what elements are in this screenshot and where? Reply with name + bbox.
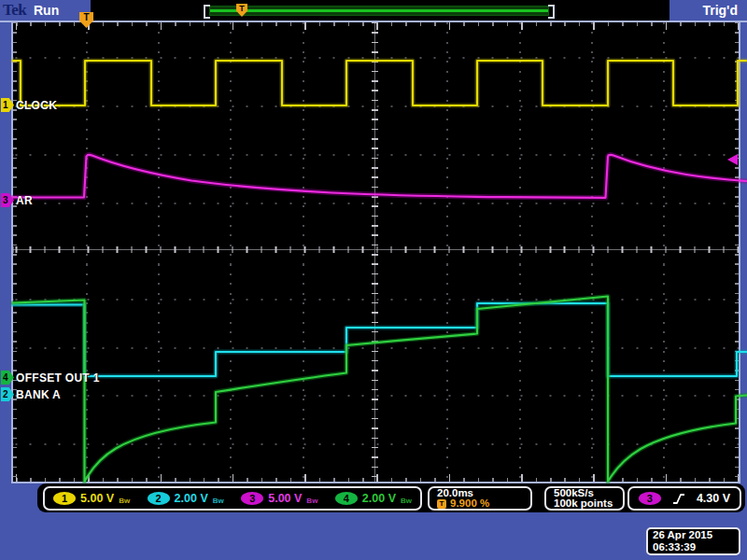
date-text: 26 Apr 2015 xyxy=(653,529,739,541)
trigger-position-icon: T xyxy=(437,499,446,509)
graticule xyxy=(11,22,740,483)
ch3-scale: 5.00 V xyxy=(268,492,302,505)
ch1-badge: 1 xyxy=(53,492,76,505)
ch2-readout[interactable]: 2 2.00 V Bw xyxy=(148,492,224,505)
readout-strip: 1 5.00 V Bw 2 2.00 V Bw 3 5.00 V Bw 4 2.… xyxy=(37,483,745,512)
trigger-position-percent: 9.900 % xyxy=(450,498,489,510)
ch4-bandwidth-icon: Bw xyxy=(401,497,412,505)
ch4-scale: 2.00 V xyxy=(362,492,396,505)
ch3-label: AR xyxy=(16,194,33,207)
record-view-waveform-line xyxy=(210,9,548,12)
acquisition-readout-box[interactable]: 500kS/s 100k points xyxy=(544,486,625,511)
trigger-level: 4.30 V xyxy=(697,492,730,505)
ch1-bandwidth-icon: Bw xyxy=(119,497,130,505)
ch2-badge: 2 xyxy=(148,492,170,505)
ch2-label: BANK A xyxy=(16,388,61,401)
record-view-right-bracket-icon xyxy=(548,5,555,19)
tek-logo: Tek xyxy=(3,1,26,20)
ch3-readout[interactable]: 3 5.00 V Bw xyxy=(241,492,317,505)
horizontal-readout-box[interactable]: 20.0ms T 9.900 % xyxy=(428,486,532,511)
ch4-readout[interactable]: 4 2.00 V Bw xyxy=(335,492,412,505)
record-length: 100k points xyxy=(554,498,613,510)
acquisition-status: Run xyxy=(34,3,59,18)
ch3-badge: 3 xyxy=(241,492,263,505)
graticule-right-ticks xyxy=(735,22,739,482)
ch4-badge: 4 xyxy=(335,492,358,505)
channel-readouts-box: 1 5.00 V Bw 2 2.00 V Bw 3 5.00 V Bw 4 2.… xyxy=(43,486,422,511)
ch1-readout[interactable]: 1 5.00 V Bw xyxy=(53,492,130,505)
graticule-bottom-ticks xyxy=(13,474,739,482)
oscilloscope-screen: Tek Run Trig'd T T xyxy=(0,0,747,560)
top-status-bar: Tek Run Trig'd T xyxy=(0,0,747,21)
ch2-scale: 2.00 V xyxy=(175,492,208,505)
ch2-bandwidth-icon: Bw xyxy=(213,497,224,505)
center-vertical-ticks xyxy=(372,22,378,482)
datetime-box: 26 Apr 2015 06:33:39 xyxy=(646,527,740,555)
rising-edge-icon xyxy=(672,493,685,505)
ch1-label: CLOCK xyxy=(16,99,57,112)
trigger-source-badge: 3 xyxy=(639,492,661,505)
graticule-top-ticks xyxy=(13,22,739,30)
ch3-bandwidth-icon: Bw xyxy=(306,497,317,505)
trigger-status: Trig'd xyxy=(702,3,738,18)
record-view-left-bracket-icon xyxy=(204,5,210,19)
record-view-bar[interactable]: T xyxy=(209,6,549,16)
time-text: 06:33:39 xyxy=(653,541,739,553)
graticule-left-ticks xyxy=(13,22,17,482)
ch1-scale: 5.00 V xyxy=(80,492,114,505)
record-view-trigger-marker-icon[interactable]: T xyxy=(236,4,247,17)
trigger-readout-box[interactable]: 3 4.30 V xyxy=(627,486,741,511)
ch4-label: OFFSET OUT 1 xyxy=(16,371,100,385)
